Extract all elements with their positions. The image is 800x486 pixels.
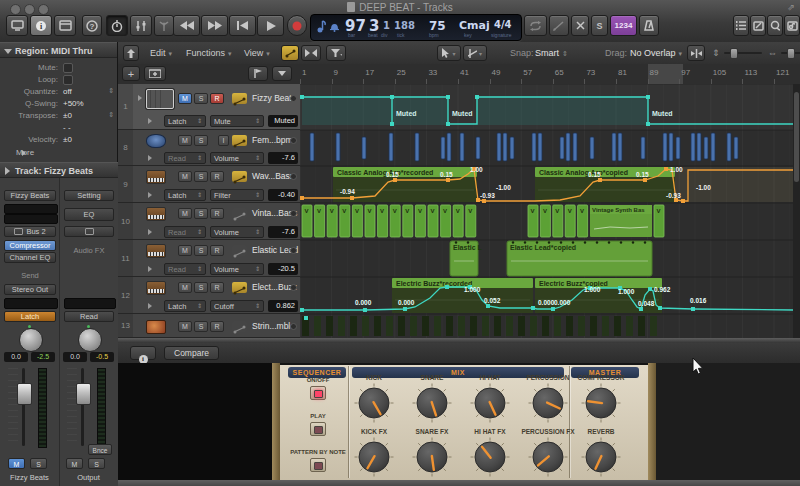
toolbar-toggle-button[interactable] bbox=[54, 15, 76, 36]
region-body[interactable] bbox=[578, 316, 585, 336]
automation-node[interactable] bbox=[648, 287, 652, 291]
automation-disclosure-icon[interactable] bbox=[148, 229, 152, 235]
pan-value[interactable]: 0.0 bbox=[63, 352, 87, 362]
track-icon-synth[interactable] bbox=[146, 244, 166, 258]
solo-button[interactable]: S bbox=[591, 15, 608, 36]
fullscreen-icon[interactable]: ⇗ bbox=[787, 2, 795, 12]
automation-param-box[interactable]: Cutoff⇕ bbox=[210, 300, 264, 312]
stepper-icon[interactable]: ⇕ bbox=[108, 111, 114, 119]
midi-note[interactable] bbox=[734, 137, 738, 159]
solo-button[interactable]: S bbox=[194, 321, 208, 332]
region-body[interactable] bbox=[614, 316, 621, 336]
region-body[interactable] bbox=[326, 316, 333, 336]
output-slot[interactable]: Stereo Out bbox=[4, 284, 56, 295]
apple-loops-button[interactable] bbox=[767, 15, 783, 36]
stepper-icon[interactable]: ⇕ bbox=[108, 87, 114, 95]
track-on-off-dot[interactable] bbox=[290, 210, 297, 217]
midi-note[interactable] bbox=[497, 133, 501, 161]
region-param-row[interactable]: Velocity:±0 bbox=[0, 134, 118, 146]
lcd-signature[interactable]: 4/4 bbox=[494, 19, 512, 30]
midi-note[interactable] bbox=[612, 133, 616, 161]
automation-node[interactable] bbox=[691, 307, 695, 311]
bounce-button[interactable]: Bnce bbox=[88, 444, 112, 455]
note-pads-button[interactable] bbox=[750, 15, 766, 36]
automation-node[interactable] bbox=[551, 307, 555, 311]
automation-node[interactable] bbox=[643, 178, 647, 182]
channel-setting-button[interactable]: Fizzy Beats bbox=[4, 190, 56, 201]
midi-note[interactable] bbox=[691, 133, 695, 161]
compressor-knob[interactable] bbox=[579, 381, 623, 425]
forward-button[interactable] bbox=[201, 15, 228, 36]
track-icon-synth[interactable] bbox=[146, 281, 166, 295]
record-enable-button[interactable]: R bbox=[210, 321, 224, 332]
menu-view[interactable]: View▾ bbox=[244, 46, 270, 60]
scrollbar-thumb[interactable] bbox=[794, 92, 799, 182]
record-enable-button[interactable]: R bbox=[210, 171, 224, 182]
region-body[interactable] bbox=[638, 316, 645, 336]
region-body[interactable] bbox=[386, 316, 393, 336]
midi-note[interactable] bbox=[663, 133, 667, 161]
smart-controls-button[interactable] bbox=[106, 15, 128, 36]
library-button[interactable] bbox=[6, 15, 28, 36]
track-header-11[interactable]: 11MSRElastic LeadRead⇕Volume⇕-20.5 dB bbox=[118, 240, 300, 277]
automation-node[interactable] bbox=[446, 178, 450, 182]
automation-param-box[interactable]: Volume⇕ bbox=[210, 152, 264, 164]
eq-display[interactable] bbox=[4, 204, 58, 214]
region-body[interactable] bbox=[566, 316, 573, 336]
automation-value-box[interactable]: -7.6 dB bbox=[268, 226, 298, 238]
region-body[interactable] bbox=[470, 316, 477, 336]
midi-note[interactable] bbox=[415, 133, 419, 161]
solo-button-strip[interactable]: S bbox=[88, 458, 105, 469]
browsers-button[interactable] bbox=[784, 15, 800, 36]
automation-value-box[interactable]: Muted bbox=[268, 115, 298, 127]
midi-note[interactable] bbox=[669, 133, 673, 161]
automation-node[interactable] bbox=[390, 95, 394, 99]
mute-button[interactable]: M bbox=[178, 171, 192, 182]
disclosure-right-icon[interactable] bbox=[138, 95, 142, 101]
lcd-display[interactable]: 97 bar 3 beat 1 div 188 tick 75 bpm Cmaj… bbox=[310, 14, 522, 41]
automation-node[interactable] bbox=[646, 95, 650, 99]
param-checkbox[interactable] bbox=[63, 75, 73, 85]
cycle-button[interactable] bbox=[524, 15, 547, 36]
hide-automation-button[interactable] bbox=[123, 45, 139, 61]
automation-node[interactable] bbox=[300, 196, 304, 200]
automation-mode-box[interactable]: Read⇕ bbox=[164, 226, 206, 238]
bar-ruler[interactable]: 191725334149576573818997105113121 bbox=[300, 64, 800, 84]
compare-button[interactable]: Compare bbox=[164, 346, 219, 360]
track-icon-disc[interactable] bbox=[146, 134, 166, 148]
track-on-off-dot[interactable] bbox=[290, 323, 297, 330]
region-body[interactable] bbox=[410, 316, 417, 336]
drag-menu[interactable]: No Overlap▾ bbox=[630, 46, 682, 60]
strip-name[interactable]: Output bbox=[59, 473, 118, 482]
automation-param-box[interactable]: Filter⇕ bbox=[210, 189, 264, 201]
automation-mode-box[interactable]: Latch⇕ bbox=[164, 189, 206, 201]
track-inspector-header[interactable]: Track: Fizzy Beats bbox=[0, 162, 118, 178]
automation-node[interactable] bbox=[403, 307, 407, 311]
region-body[interactable] bbox=[494, 316, 501, 336]
midi-note[interactable] bbox=[476, 137, 480, 159]
region-more-row[interactable]: More bbox=[0, 148, 118, 160]
automation-node[interactable] bbox=[475, 95, 479, 99]
lcd-key[interactable]: Cmaj bbox=[459, 19, 490, 32]
region-param-row[interactable]: Quantize:off⇕ bbox=[0, 86, 118, 98]
midi-region-tint[interactable] bbox=[477, 96, 648, 125]
midi-note[interactable] bbox=[503, 133, 507, 161]
region-body[interactable] bbox=[602, 316, 609, 336]
output-setting-button[interactable]: Setting bbox=[64, 190, 114, 201]
snare-fx-knob[interactable] bbox=[410, 435, 454, 479]
pattern-by-note-button[interactable] bbox=[310, 458, 326, 472]
region-body[interactable] bbox=[398, 316, 405, 336]
midi-draw-button[interactable] bbox=[301, 45, 321, 61]
volume-fader[interactable] bbox=[17, 383, 32, 405]
region-body[interactable] bbox=[650, 316, 657, 336]
track-on-off-dot[interactable] bbox=[290, 95, 297, 102]
record-enable-button[interactable]: R bbox=[210, 208, 224, 219]
midi-note[interactable] bbox=[447, 133, 451, 161]
automation-node[interactable] bbox=[300, 95, 304, 99]
reverb-knob[interactable] bbox=[579, 435, 623, 479]
track-header-8[interactable]: 8MSIFem...bpmRead⇕Volume⇕-7.6 dB bbox=[118, 130, 300, 166]
automation-value-box[interactable]: -20.5 dB bbox=[268, 263, 298, 275]
automation-mode-read[interactable]: Read bbox=[64, 311, 114, 322]
automation-toggle-button[interactable] bbox=[281, 45, 299, 61]
percussion-knob[interactable] bbox=[526, 381, 570, 425]
